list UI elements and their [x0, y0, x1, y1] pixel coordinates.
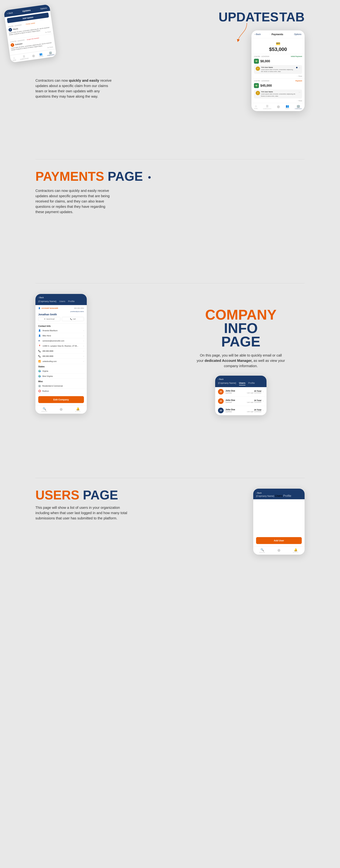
state-icon-2: 🌍: [38, 375, 41, 377]
nav-item-users[interactable]: 👥 USERS: [38, 52, 44, 57]
cu-company-name: {Copmany Name}: [218, 382, 236, 385]
nav-label-users: USERS: [39, 55, 44, 57]
up-company-name: {Copmany Name}: [256, 495, 274, 497]
edit-company-button[interactable]: Edit Company: [38, 396, 84, 403]
nav-item-add[interactable]: ⊕: [32, 54, 35, 58]
company-title-line3: PAGE: [205, 335, 277, 348]
company-nav-explore[interactable]: 🔍 EXPLORE: [41, 407, 47, 412]
up-back-row: ‹ Back: [256, 491, 302, 494]
up-back-btn[interactable]: ‹ Back: [256, 492, 261, 494]
state-text-2: West Virginia: [42, 375, 53, 377]
cu-chevron-3: ›: [263, 410, 264, 411]
up-tab-users[interactable]: Users: [275, 494, 282, 497]
contact-row-2[interactable]: 👤 Mike Herst ›: [35, 333, 87, 338]
payment-section-1-header: 2:34 PM - 12/24/2020 Initial Payment: [252, 54, 305, 58]
contact-row-1[interactable]: 👤 Amanda Washburn ›: [35, 328, 87, 333]
large-nav-users[interactable]: 👥 USERS: [285, 104, 289, 109]
avatar-shurts: S: [8, 28, 12, 32]
cu-tab-users[interactable]: Users: [239, 382, 246, 385]
large-nav-companies[interactable]: 🏢 COMPANIES: [295, 104, 302, 109]
payments-left-col: PAYMENTS PAGE Contractors can now quickl…: [35, 170, 163, 215]
person-icon-2: 👤: [38, 335, 41, 337]
chevron-3: ›: [83, 340, 84, 342]
page-wrapper: < Back Updates Options Add Update 2:34 P…: [0, 0, 340, 602]
send-email-btn[interactable]: ✉ Send Email: [38, 317, 60, 321]
cu-back-btn[interactable]: ‹ Back: [218, 378, 224, 380]
nav-item-companies[interactable]: 🏢 COMPANIES: [47, 51, 55, 56]
cu-user-info-2: John Doe userRole: [225, 399, 245, 403]
phone-icon-6: 📞: [38, 355, 41, 358]
payments-back[interactable]: ‹ Back: [255, 33, 261, 35]
up-explore-label: EXPLORE: [259, 552, 265, 553]
company-title-line2: INFO: [205, 321, 277, 335]
small-phone-back[interactable]: < Back: [7, 11, 13, 14]
misc-row-1: 🏢 Residential & Commercial: [35, 383, 87, 389]
company-description: On this page, you will be able to quickl…: [197, 353, 285, 369]
company-title-line1: COMPANY: [205, 308, 277, 321]
company-nav-add[interactable]: ⊕: [59, 407, 63, 412]
cu-avatar-1: JD: [218, 389, 224, 395]
more-options-1[interactable]: ···: [299, 66, 300, 69]
tab-users[interactable]: Users: [59, 300, 65, 303]
contact-address-4: 11984 S. Lampton View Dr, Riverton, UT 8…: [42, 345, 79, 347]
large-nav-submissions[interactable]: ☰ SUBMISSIONS: [263, 104, 271, 109]
up-tab-profile[interactable]: Profile: [283, 494, 291, 497]
updates-title-part2: TAB: [279, 10, 305, 24]
cu-user-info-3: John Doe userRole: [225, 408, 245, 412]
cu-user-row-1[interactable]: JD John Doe userRole 24 Total Last Login…: [215, 387, 266, 397]
company-nav-activity[interactable]: 🔔 ACTIVITY: [75, 407, 81, 412]
activity-icon: 🔔: [76, 407, 80, 410]
tab-profile[interactable]: Profile: [68, 300, 75, 303]
cu-user-row-2[interactable]: JD John Doe userRole 24 Total Last Login…: [215, 397, 266, 406]
cu-tab-profile[interactable]: Profile: [248, 382, 255, 385]
payments-description: Contractors can now quickly and easily r…: [35, 188, 113, 215]
reply-link-1[interactable]: ← Reply: [252, 75, 305, 79]
company-name-header: {Copmany Name}: [38, 300, 56, 303]
users-description: This page will show a list of users in y…: [35, 505, 128, 521]
add-user-button[interactable]: Add User: [256, 537, 302, 544]
contact-left-6: 📞 888.888.8888: [38, 355, 53, 358]
more-options-2[interactable]: ···: [299, 91, 300, 93]
users-title-p1: USERS: [35, 488, 79, 502]
large-users-label: USERS: [285, 108, 289, 109]
small-phone-options[interactable]: Options: [40, 7, 47, 10]
contact-row-6[interactable]: 📞 888.888.8888 ›: [35, 354, 87, 359]
company-back-btn[interactable]: ‹ Back: [38, 297, 44, 299]
users-phone-header: ‹ Back {Copmany Name} Users Profile: [253, 489, 305, 499]
cu-last-login-2: Last Login: 12/24/2022: [247, 401, 261, 403]
submissions-icon: ☰: [23, 55, 25, 58]
cu-user-row-3[interactable]: JD John Doe userRole 24 Total Last Login…: [215, 406, 266, 415]
cu-total-1: 24 Total: [247, 390, 261, 392]
cu-user-role-3: userRole: [225, 411, 245, 412]
up-tabs: {Copmany Name} Users Profile: [256, 494, 302, 497]
users-nav-explore[interactable]: 🔍 EXPLORE: [259, 548, 265, 553]
contact-row-4[interactable]: 📍 11984 S. Lampton View Dr, Riverton, UT…: [35, 343, 87, 348]
avatar-estimator: E: [10, 43, 15, 47]
payments-bullet: [148, 176, 151, 179]
users-nav-activity[interactable]: 🔔 ACTIVITY: [293, 548, 299, 553]
updates-right-col: UPDATES TAB ‹ Back Payments Options 💳 $5…: [175, 10, 305, 111]
contact-row-7[interactable]: 📶 unitedroofing.com ›: [35, 359, 87, 364]
users-nav-add[interactable]: ⊕: [277, 548, 281, 553]
large-nav-home[interactable]: ⌂ HOME: [254, 104, 258, 109]
activity-label: ACTIVITY: [75, 411, 81, 412]
contact-left-2: 👤 Mike Herst: [38, 335, 51, 337]
nav-item-home[interactable]: ⌂ HOME: [12, 56, 16, 61]
nav-item-submissions[interactable]: ☰ SUBMISSIONS: [20, 54, 29, 60]
contact-row-5[interactable]: 📞 888.888.8888 ›: [35, 348, 87, 354]
cu-user-role-1: userRole: [225, 392, 245, 394]
updates-title-block: UPDATES TAB: [219, 10, 305, 23]
section-updates: < Back Updates Options Add Update 2:34 P…: [0, 0, 340, 159]
company-right-col: COMPANY INFO PAGE On this page, you will…: [177, 294, 305, 415]
payments-title-block: PAYMENTS PAGE: [35, 170, 163, 183]
large-phone-bottom-nav: ⌂ HOME ☰ SUBMISSIONS ⊕ 👥 USERS: [252, 103, 305, 111]
reply-link-2[interactable]: ← Reply: [252, 99, 305, 103]
contact-name-2: Mike Herst: [42, 335, 51, 337]
contact-row-3[interactable]: ✉ someone@someroofer.com ›: [35, 338, 87, 343]
misc-icon-2: ⭕: [38, 390, 41, 392]
large-nav-add[interactable]: ⊕: [277, 104, 280, 109]
call-btn[interactable]: 📞 Call: [62, 317, 84, 321]
large-companies-icon: 🏢: [296, 104, 300, 108]
contact-left-5: 📞 888.888.8888: [38, 350, 53, 352]
payments-options[interactable]: Options: [294, 33, 302, 35]
